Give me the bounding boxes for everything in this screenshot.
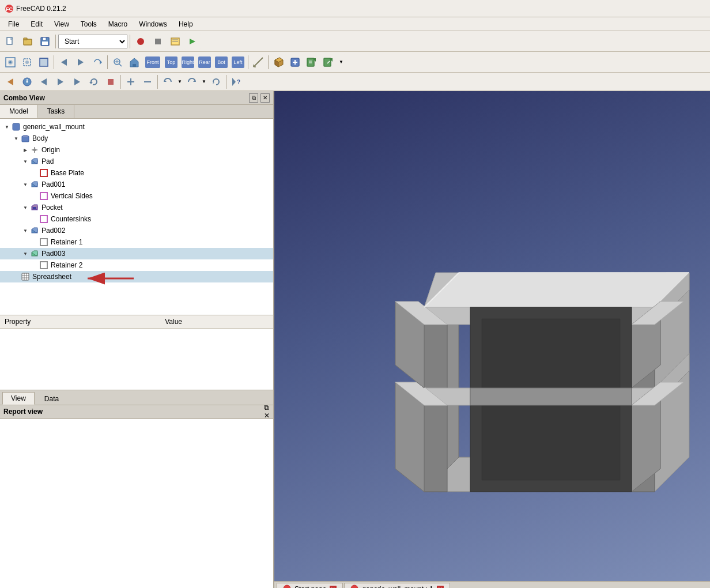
redo-btn[interactable] — [184, 74, 200, 90]
svg-marker-57 — [7, 78, 13, 85]
draw-style-btn[interactable] — [36, 54, 52, 70]
export-btn[interactable] — [304, 54, 320, 70]
bottom-view-btn[interactable]: Bot — [213, 54, 229, 70]
svg-marker-21 — [61, 59, 67, 66]
tab-tasks[interactable]: Tasks — [38, 105, 75, 118]
nav-stop-btn[interactable] — [103, 74, 119, 90]
redo-dropdown-btn[interactable]: ▼ — [201, 74, 207, 90]
workbench-selector[interactable]: Start Part Design Sketcher — [58, 35, 127, 48]
menu-view[interactable]: View — [48, 19, 75, 29]
open-file-btn[interactable] — [20, 33, 36, 50]
tree-item-retainer1[interactable]: Retainer 1 — [0, 236, 273, 248]
report-content — [0, 419, 273, 589]
whats-this-btn[interactable]: ? — [228, 74, 244, 90]
tree-arrow-pad[interactable] — [21, 157, 30, 166]
undo-btn[interactable] — [160, 74, 176, 90]
tab-start-page[interactable]: FC Start page ✕ — [277, 583, 343, 589]
combo-close-btn[interactable]: ✕ — [260, 93, 270, 103]
measure-btn[interactable] — [250, 54, 266, 70]
part-box-btn[interactable] — [270, 54, 286, 70]
tree-arrow-pad001[interactable] — [21, 180, 30, 189]
nav-reload-btn[interactable] — [86, 74, 102, 90]
undo-dropdown-btn[interactable]: ▼ — [176, 74, 183, 90]
combo-float-btn[interactable]: ⧉ — [249, 93, 258, 103]
rear-view-btn[interactable]: Rear — [197, 54, 213, 70]
right-view-btn[interactable]: Right — [180, 54, 196, 70]
refresh-btn[interactable] — [208, 74, 224, 90]
tree-item-pad003[interactable]: Pad003 — [0, 248, 273, 259]
nav-forward2-btn[interactable] — [69, 74, 85, 90]
sync-view-btn[interactable] — [89, 54, 105, 70]
macro-editor-btn[interactable] — [167, 33, 183, 50]
tab-view[interactable]: View — [2, 392, 35, 405]
tree-item-pad002[interactable]: Pad002 — [0, 225, 273, 236]
browse-btn[interactable] — [19, 74, 35, 90]
fit-all-btn[interactable] — [2, 54, 18, 70]
svg-marker-64 — [89, 82, 93, 84]
macro-record-btn[interactable] — [133, 33, 149, 50]
new-body-btn[interactable] — [287, 54, 303, 70]
property-col-divider — [151, 315, 160, 329]
tree-item-countersinks[interactable]: Countersinks — [0, 213, 273, 225]
tree-item-retainer2[interactable]: Retainer 2 — [0, 259, 273, 271]
menu-file[interactable]: File — [2, 19, 25, 29]
top-view-btn[interactable]: Top — [163, 54, 179, 70]
zoom-out-btn[interactable] — [139, 74, 156, 90]
tree-view: generic_wall_mount Body Origin — [0, 119, 273, 315]
tree-item-root[interactable]: generic_wall_mount — [0, 121, 273, 133]
origin-icon — [30, 145, 39, 154]
svg-rect-96 — [22, 273, 29, 280]
verticalsides-icon — [39, 191, 48, 201]
macro-stop-btn[interactable] — [150, 33, 166, 50]
home-view-btn[interactable] — [126, 54, 142, 70]
tree-arrow-root[interactable] — [2, 122, 12, 131]
tree-label-pocket: Pocket — [41, 203, 63, 212]
tree-arrow-pad003[interactable] — [21, 249, 30, 258]
back-btn[interactable] — [56, 54, 72, 70]
tree-label-verticalsides: Vertical Sides — [51, 192, 93, 200]
menu-edit[interactable]: Edit — [25, 19, 48, 29]
tree-item-spreadsheet[interactable]: Spreadsheet — [0, 271, 273, 282]
zoom-sync-btn[interactable] — [109, 54, 126, 70]
fit-selection-btn[interactable] — [19, 54, 35, 70]
start-page-close-btn[interactable]: ✕ — [330, 586, 337, 588]
menu-help[interactable]: Help — [173, 19, 199, 29]
tree-item-origin[interactable]: Origin — [0, 144, 273, 156]
viewport[interactable]: FC Start page ✕ FC generic_wall_mount : … — [274, 91, 710, 588]
zoom-in-btn[interactable] — [123, 74, 139, 90]
tree-arrow-body[interactable] — [12, 134, 21, 143]
tab-data[interactable]: Data — [36, 393, 67, 405]
forward-btn[interactable] — [73, 54, 89, 70]
pad-icon — [30, 157, 39, 166]
tree-arrow-pocket[interactable] — [21, 203, 30, 212]
tree-item-pad[interactable]: Pad — [0, 156, 273, 167]
nav-back-btn[interactable] — [36, 74, 52, 90]
menu-windows[interactable]: Windows — [133, 19, 173, 29]
report-float-btn[interactable]: ⧉ — [264, 404, 270, 412]
report-view-controls: ⧉ ✕ — [264, 404, 270, 420]
tab-model[interactable]: Model — [0, 105, 38, 118]
link-dropdown-btn[interactable]: ▼ — [337, 54, 345, 70]
save-file-btn[interactable] — [37, 33, 53, 50]
workbench-prev-btn[interactable] — [2, 74, 18, 90]
new-file-btn[interactable] — [2, 33, 18, 50]
model-view-close-btn[interactable]: ✕ — [437, 586, 444, 588]
menu-macro[interactable]: Macro — [103, 19, 133, 29]
toolbar3-sep3 — [226, 75, 226, 89]
tree-arrow-origin[interactable] — [21, 145, 30, 154]
pad001-icon — [30, 180, 39, 189]
tab-model-view[interactable]: FC generic_wall_mount : 1 ✕ — [344, 583, 450, 589]
nav-forward-btn[interactable] — [52, 74, 69, 90]
front-view-btn[interactable]: Front — [143, 54, 163, 70]
tree-arrow-pad002[interactable] — [21, 226, 30, 235]
tree-item-pocket[interactable]: Pocket — [0, 202, 273, 213]
tree-item-body[interactable]: Body — [0, 133, 273, 144]
tree-item-verticalsides[interactable]: Vertical Sides — [0, 190, 273, 202]
tree-item-pad001[interactable]: Pad001 — [0, 179, 273, 190]
left-view-btn[interactable]: Left — [230, 54, 246, 70]
macro-run-btn[interactable] — [184, 33, 201, 50]
link-btn[interactable] — [320, 54, 337, 70]
svg-text:Front: Front — [146, 59, 159, 65]
menu-tools[interactable]: Tools — [75, 19, 103, 29]
tree-item-baseplate[interactable]: Base Plate — [0, 167, 273, 179]
